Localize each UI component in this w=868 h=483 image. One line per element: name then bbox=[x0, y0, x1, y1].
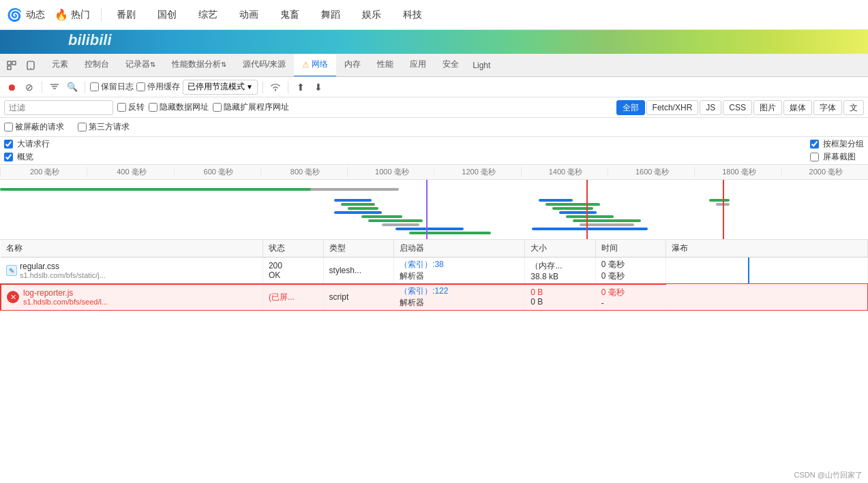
network-table-scroll[interactable]: 名称 状态 类型 启动器 大小 时间 瀑布 ✎ regular.css s1.h… bbox=[0, 240, 868, 311]
hide-extension-input[interactable] bbox=[213, 103, 222, 112]
type-btn-fetch[interactable]: Fetch/XHR bbox=[646, 100, 699, 115]
type-btn-css[interactable]: CSS bbox=[723, 100, 752, 115]
type-btn-text[interactable]: 文 bbox=[843, 100, 864, 115]
nav-keji[interactable]: 科技 bbox=[393, 0, 432, 30]
hidden-requests-checkbox[interactable]: 被屏蔽的请求 bbox=[4, 121, 64, 133]
wifi-icon-button[interactable] bbox=[268, 80, 283, 95]
nav-wudao[interactable]: 舞蹈 bbox=[312, 0, 350, 30]
screenshot-option: 屏幕截图 bbox=[810, 151, 856, 163]
nav-yule[interactable]: 娱乐 bbox=[353, 0, 391, 30]
hide-data-url-checkbox[interactable]: 隐藏数据网址 bbox=[149, 102, 209, 113]
options-row: 被屏蔽的请求 第三方请求 bbox=[0, 118, 868, 137]
download-button[interactable]: ⬇ bbox=[311, 80, 326, 95]
overview-checkbox[interactable] bbox=[4, 153, 13, 161]
tick-1400: 1400 毫秒 bbox=[521, 167, 608, 177]
hidden-requests-input[interactable] bbox=[4, 123, 13, 131]
cell-name-2: ✕ log-reporter.js s1.hdslb.com/bfs/seed/… bbox=[1, 284, 263, 311]
screenshot-checkbox[interactable] bbox=[810, 153, 819, 161]
nav-guichu[interactable]: 鬼畜 bbox=[271, 0, 309, 30]
tab-performance-data[interactable]: 性能数据分析 ⇅ bbox=[164, 54, 235, 77]
col-header-status[interactable]: 状态 bbox=[263, 240, 323, 258]
cell-status-2: (已屏... bbox=[263, 284, 323, 311]
tab-recorder[interactable]: 记录器 ⇅ bbox=[117, 54, 164, 77]
initiator-sub-2: 解析器 bbox=[400, 297, 519, 309]
nav-zongyi[interactable]: 综艺 bbox=[189, 0, 227, 30]
col-header-initiator[interactable]: 启动器 bbox=[394, 240, 525, 258]
size-sub-1: 38.8 kB bbox=[530, 272, 589, 281]
nav-donghua[interactable]: 动画 bbox=[230, 0, 268, 30]
tab-console[interactable]: 控制台 bbox=[76, 54, 117, 77]
tab-light[interactable]: Light bbox=[467, 61, 496, 70]
col-header-size[interactable]: 大小 bbox=[525, 240, 595, 258]
col-header-type[interactable]: 类型 bbox=[323, 240, 393, 258]
record-button[interactable]: ⏺ bbox=[4, 80, 19, 95]
tick-600: 600 毫秒 bbox=[174, 167, 260, 177]
brand-dongtai[interactable]: 动态 bbox=[26, 9, 45, 21]
network-table: 名称 状态 类型 启动器 大小 时间 瀑布 ✎ regular.css s1.h… bbox=[0, 240, 868, 311]
toolbar-divider-2 bbox=[85, 81, 85, 93]
tick-1000: 1000 毫秒 bbox=[347, 167, 434, 177]
hide-data-url-input[interactable] bbox=[149, 103, 158, 112]
filter-input[interactable] bbox=[4, 100, 113, 115]
tab-app[interactable]: 应用 bbox=[402, 54, 434, 77]
toolbar-divider-3 bbox=[263, 81, 263, 93]
tab-memory[interactable]: 内存 bbox=[336, 54, 369, 77]
table-row-error[interactable]: ✕ log-reporter.js s1.hdslb.com/bfs/seed/… bbox=[1, 284, 868, 311]
svg-rect-2 bbox=[12, 61, 16, 65]
network-warn-icon: ⚠ bbox=[302, 60, 310, 69]
type-btn-media[interactable]: 媒体 bbox=[783, 100, 812, 115]
reverse-checkbox[interactable]: 反转 bbox=[117, 102, 145, 113]
error-icon: ✕ bbox=[7, 291, 19, 303]
col-header-name[interactable]: 名称 bbox=[1, 240, 263, 258]
timeline-ruler: 200 毫秒 400 毫秒 600 毫秒 800 毫秒 1000 毫秒 1200… bbox=[0, 165, 868, 180]
preserve-log-checkbox[interactable]: 保留日志 bbox=[90, 81, 134, 93]
large-rows-checkbox[interactable] bbox=[4, 140, 13, 149]
throttle-select[interactable]: 已停用节流模式 ▼ bbox=[183, 80, 258, 95]
type-btn-js[interactable]: JS bbox=[700, 100, 721, 115]
hide-extension-checkbox[interactable]: 隐藏扩展程序网址 bbox=[213, 102, 289, 113]
preserve-log-input[interactable] bbox=[90, 82, 99, 91]
type-filter-buttons: 全部 Fetch/XHR JS CSS 图片 媒体 字体 文 bbox=[616, 100, 864, 115]
svg-point-4 bbox=[30, 67, 31, 69]
col-header-time[interactable]: 时间 bbox=[595, 240, 665, 258]
banner: bilibili bbox=[0, 30, 868, 54]
type-btn-img[interactable]: 图片 bbox=[753, 100, 782, 115]
type-btn-all[interactable]: 全部 bbox=[616, 100, 645, 115]
third-party-checkbox[interactable]: 第三方请求 bbox=[78, 121, 130, 133]
clear-button[interactable]: ⊘ bbox=[22, 80, 37, 95]
type-btn-font[interactable]: 字体 bbox=[813, 100, 842, 115]
brand-hotmen[interactable]: 热门 bbox=[71, 9, 90, 21]
large-rows-option: 大请求行 bbox=[4, 138, 407, 150]
cell-status-1: 200 OK bbox=[263, 258, 323, 284]
tab-source[interactable]: 源代码/来源 bbox=[235, 54, 294, 77]
network-toolbar: ⏺ ⊘ 🔍 保留日志 停用缓存 已停用节流模式 ▼ ⬆ ⬇ bbox=[0, 77, 868, 97]
cell-waterfall-2 bbox=[666, 284, 868, 311]
tab-elements[interactable]: 元素 bbox=[44, 54, 76, 77]
filter-icon-button[interactable] bbox=[47, 80, 62, 95]
domain-1: s1.hdslb.com/bfs/static/j... bbox=[20, 271, 106, 279]
cell-size-2: 0 B 0 B bbox=[525, 284, 595, 311]
tab-perf[interactable]: 性能 bbox=[369, 54, 402, 77]
third-party-input[interactable] bbox=[78, 123, 87, 131]
group-by-frame-option: 按框架分组 bbox=[810, 138, 864, 150]
inspect-icon-btn[interactable] bbox=[3, 57, 20, 74]
tick-1600: 1600 毫秒 bbox=[608, 167, 694, 177]
nav-banju[interactable]: 番剧 bbox=[107, 0, 145, 30]
search-button[interactable]: 🔍 bbox=[65, 80, 80, 95]
upload-button[interactable]: ⬆ bbox=[293, 80, 308, 95]
reverse-input[interactable] bbox=[117, 103, 126, 112]
disable-cache-checkbox[interactable]: 停用缓存 bbox=[136, 81, 180, 93]
initiator-link-2[interactable]: （索引）:122 bbox=[400, 285, 519, 297]
overview-option: 概览 bbox=[4, 151, 407, 163]
domain-2: s1.hdslb.com/bfs/seed/l... bbox=[23, 298, 108, 306]
nav-guochuang[interactable]: 国创 bbox=[148, 0, 186, 30]
disable-cache-input[interactable] bbox=[136, 82, 145, 91]
initiator-link-1[interactable]: （索引）:38 bbox=[400, 259, 519, 270]
tab-security[interactable]: 安全 bbox=[434, 54, 467, 77]
table-row[interactable]: ✎ regular.css s1.hdslb.com/bfs/static/j.… bbox=[1, 258, 868, 284]
group-by-frame-checkbox[interactable] bbox=[810, 140, 819, 149]
time-main-2: 0 毫秒 bbox=[601, 287, 660, 298]
col-header-waterfall[interactable]: 瀑布 bbox=[666, 240, 868, 258]
mobile-icon-btn[interactable] bbox=[22, 57, 40, 74]
tab-network[interactable]: ⚠ 网络 bbox=[294, 54, 336, 77]
